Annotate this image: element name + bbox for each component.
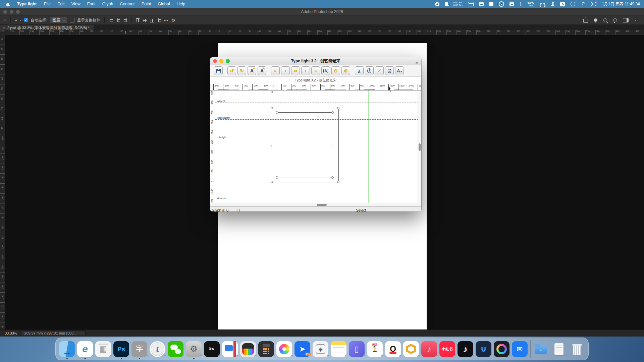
calendar-icon[interactable]: [489, 2, 493, 6]
contour-point[interactable]: [337, 181, 339, 183]
align-top-icon[interactable]: [136, 18, 140, 22]
bell-icon[interactable]: [594, 18, 597, 21]
home-icon[interactable]: ⌂: [3, 17, 6, 23]
menu-item[interactable]: Help: [173, 2, 189, 6]
dock-item-douyin[interactable]: ♪: [458, 341, 473, 357]
dock-item-finalcut[interactable]: [240, 341, 256, 357]
menu-bar-clock[interactable]: 1月1日 周四 11:49:34: [602, 1, 640, 7]
bluetooth-icon[interactable]: ᛒ: [520, 2, 522, 6]
show-transform-checkbox[interactable]: [70, 18, 74, 22]
glyph-inner-contour[interactable]: [277, 112, 333, 178]
dock-item-screenshot[interactable]: ◉: [313, 341, 328, 357]
toolbar-button-edit-glyph[interactable]: A✎: [258, 66, 266, 75]
dock-item-fonttool[interactable]: 字: [131, 341, 147, 357]
scrollbar-thumb[interactable]: [317, 204, 327, 206]
discover-icon[interactable]: [613, 18, 617, 22]
toolbar-button-metrics[interactable]: A↔: [355, 66, 364, 75]
move-tool-icon[interactable]: +: [15, 18, 17, 23]
toolbar-button-undo[interactable]: ↺: [227, 66, 236, 75]
zoom-level[interactable]: 33.33%: [0, 331, 21, 335]
contour-point[interactable]: [331, 176, 334, 179]
workspace-icon[interactable]: [623, 18, 629, 22]
dock-item-photoshop[interactable]: Ps: [113, 341, 129, 357]
menu-item[interactable]: Glyph: [99, 2, 117, 6]
wifi-icon[interactable]: [581, 2, 585, 6]
glyph-canvas[interactable]: 9008007006005004003002001000-100-200-300…: [210, 90, 421, 203]
headphones-icon[interactable]: [540, 3, 545, 6]
dock-item-swirl[interactable]: [494, 341, 509, 357]
toolbar-button-info[interactable]: i: [365, 66, 374, 75]
typelight-title-bar[interactable]: Type light 3.2 - 创艺简老宋: [210, 57, 421, 65]
dock-item-mirroring[interactable]: ▯: [349, 341, 365, 357]
contour-point[interactable]: [276, 111, 278, 114]
chevron-right-icon[interactable]: ›: [81, 331, 82, 335]
advance-width-guide[interactable]: [368, 90, 369, 203]
auto-select-dropdown[interactable]: 图层 ▾: [50, 17, 67, 24]
dock-item-edge[interactable]: e: [77, 341, 93, 357]
toolbar-button-last[interactable]: »: [311, 66, 320, 75]
dock-item-calendar[interactable]: 周四1: [367, 341, 383, 357]
toolbar-button-save[interactable]: ▣: [214, 66, 223, 75]
dock-item-finder[interactable]: [59, 341, 75, 357]
more-options-icon[interactable]: •••: [164, 18, 169, 22]
menu-item[interactable]: Point: [138, 2, 155, 6]
align-center-icon[interactable]: [116, 18, 120, 22]
menu-item[interactable]: View: [68, 2, 84, 6]
dock-item-mailapp[interactable]: ✉: [512, 341, 528, 357]
close-tab-icon[interactable]: ×: [3, 26, 5, 30]
dock-item-photos[interactable]: [276, 341, 292, 357]
apple-icon[interactable]: [6, 2, 10, 6]
menu-item[interactable]: Edit: [54, 2, 68, 6]
dock-item-music[interactable]: ♪: [421, 341, 437, 357]
gear-icon[interactable]: ⚙: [171, 18, 175, 23]
usb-device-icon[interactable]: [445, 2, 448, 6]
toolbar-button-font-test[interactable]: Aa: [395, 66, 404, 75]
horizontal-scrollbar[interactable]: [210, 203, 421, 206]
distribute-icon[interactable]: [157, 18, 161, 22]
toolbar-button-find[interactable]: ∞: [291, 66, 300, 75]
toolbar-button-zoom-in[interactable]: ⊕: [341, 66, 350, 75]
dock-item-xunlei[interactable]: ➤Pro: [294, 341, 310, 357]
contour-point[interactable]: [271, 181, 273, 183]
user-icon[interactable]: [551, 2, 555, 6]
dock-item-trash[interactable]: [569, 341, 585, 357]
document-dimensions[interactable]: 209.97 mm x 297.01 mm (300... ›: [21, 330, 85, 336]
disc-icon[interactable]: [499, 1, 504, 7]
align-middle-icon[interactable]: [143, 18, 147, 22]
dock-item-docs[interactable]: [551, 341, 567, 357]
dock-item-divider[interactable]: [530, 340, 531, 358]
guide-handle[interactable]: [271, 91, 273, 93]
contour-point[interactable]: [271, 107, 273, 109]
toolbar-button-prev[interactable]: ‹: [281, 66, 290, 75]
window-manager-icon[interactable]: [468, 2, 474, 6]
contour-point[interactable]: [337, 107, 339, 109]
toolbar-button-next[interactable]: ›: [301, 66, 310, 75]
dock-item-capcut[interactable]: ✂: [204, 341, 220, 357]
toolbar-button-redo[interactable]: ↻: [237, 66, 246, 75]
chevron-down-icon[interactable]: ▾: [635, 19, 636, 22]
notes-list-icon[interactable]: [479, 2, 484, 6]
toolbar-button-add-glyph[interactable]: A+: [248, 66, 256, 75]
photoshop-title-bar[interactable]: Adobe Photoshop 2026: [0, 8, 644, 16]
align-right-icon[interactable]: [123, 18, 127, 22]
menu-item[interactable]: File: [41, 2, 54, 6]
dock-item-launchpad[interactable]: ▦: [95, 341, 111, 357]
dock-item-hexapp[interactable]: [403, 341, 419, 357]
dock-item-remote[interactable]: [222, 341, 238, 357]
toolbar-button-first[interactable]: «: [271, 66, 280, 75]
dock-item-settings[interactable]: ⚙: [186, 341, 202, 357]
contour-point[interactable]: [276, 176, 278, 179]
align-bottom-icon[interactable]: [150, 18, 154, 22]
dock-item-xiaohongshu[interactable]: 小红书: [439, 341, 455, 357]
menu-item[interactable]: Global: [154, 2, 173, 6]
align-left-icon[interactable]: [109, 18, 113, 22]
toolbar-button-zoom-out[interactable]: ⊖: [331, 66, 340, 75]
dock-item-typelight[interactable]: t: [150, 341, 165, 357]
screen-record-icon[interactable]: [435, 2, 439, 6]
dock-item-qq[interactable]: Q: [385, 341, 401, 357]
clock-icon[interactable]: [571, 2, 575, 6]
menu-item[interactable]: Contour: [116, 2, 138, 6]
menu-item[interactable]: Font: [84, 2, 99, 6]
weather-widget[interactable]: 43°C SEN: [527, 1, 534, 7]
dock-item-calculator[interactable]: [258, 341, 274, 357]
